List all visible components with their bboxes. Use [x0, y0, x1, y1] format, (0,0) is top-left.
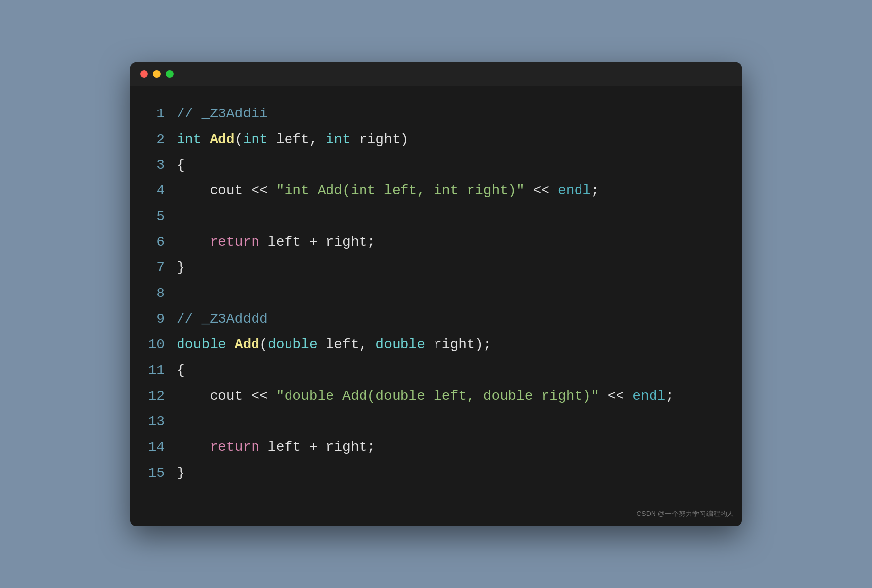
- code-token: (: [235, 132, 243, 147]
- line-content: double Add(double left, double right);: [177, 332, 722, 358]
- code-token: double: [177, 337, 226, 352]
- code-token: right);: [425, 337, 491, 352]
- code-line: 7}: [145, 255, 722, 281]
- line-content: cout << "int Add(int left, int right)" <…: [177, 178, 722, 204]
- code-token: Add: [210, 132, 234, 147]
- code-token: int: [243, 132, 267, 147]
- code-token: ;: [591, 183, 599, 198]
- line-content: }: [177, 255, 722, 281]
- code-line: 2int Add(int left, int right): [145, 127, 722, 152]
- code-token: }: [177, 465, 185, 480]
- line-content: // _Z3Addii: [177, 101, 722, 127]
- code-line: 6 return left + right;: [145, 229, 722, 255]
- code-token: return: [210, 440, 259, 455]
- code-token: [268, 183, 276, 198]
- code-token: double: [375, 337, 425, 352]
- line-number: 9: [145, 306, 165, 332]
- line-content: return left + right;: [177, 229, 722, 255]
- line-number: 4: [145, 178, 165, 204]
- code-line: 1// _Z3Addii: [145, 101, 722, 127]
- code-editor: 1// _Z3Addii2int Add(int left, int right…: [130, 86, 742, 506]
- line-number: 1: [145, 101, 165, 127]
- code-token: ;: [665, 388, 674, 404]
- code-token: [525, 183, 533, 198]
- line-content: }: [177, 460, 722, 486]
- line-number: 13: [145, 409, 165, 435]
- code-token: cout: [177, 388, 251, 404]
- code-token: // _Z3Addii: [177, 106, 268, 121]
- code-token: int: [326, 132, 351, 147]
- line-number: 8: [145, 281, 165, 306]
- code-token: [201, 132, 210, 147]
- code-token: {: [177, 157, 185, 173]
- code-token: cout: [177, 183, 251, 198]
- code-token: left + right;: [259, 440, 375, 455]
- line-number: 3: [145, 152, 165, 178]
- code-token: double: [268, 337, 318, 352]
- code-token: left + right;: [259, 234, 375, 250]
- line-content: {: [177, 358, 722, 383]
- code-token: endl: [632, 388, 665, 404]
- line-number: 10: [145, 332, 165, 358]
- code-window: 1// _Z3Addii2int Add(int left, int right…: [130, 62, 742, 526]
- code-token: <<: [533, 183, 550, 198]
- code-token: [624, 388, 632, 404]
- code-token: <<: [251, 183, 268, 198]
- code-line: 15}: [145, 460, 722, 486]
- code-token: [226, 337, 235, 352]
- code-line: 8: [145, 281, 722, 306]
- watermark: CSDN @一个努力学习编程的人: [130, 506, 742, 526]
- code-line: 4 cout << "int Add(int left, int right)"…: [145, 178, 722, 204]
- code-line: 3{: [145, 152, 722, 178]
- line-number: 15: [145, 460, 165, 486]
- code-token: {: [177, 363, 185, 378]
- code-token: left,: [268, 132, 326, 147]
- line-number: 11: [145, 358, 165, 383]
- code-line: 11{: [145, 358, 722, 383]
- code-line: 14 return left + right;: [145, 435, 722, 460]
- maximize-button[interactable]: [166, 70, 174, 78]
- code-token: }: [177, 260, 185, 275]
- code-token: <<: [251, 388, 268, 404]
- close-button[interactable]: [140, 70, 148, 78]
- code-line: 12 cout << "double Add(double left, doub…: [145, 383, 722, 409]
- code-token: <<: [608, 388, 624, 404]
- minimize-button[interactable]: [153, 70, 161, 78]
- code-token: int: [177, 132, 201, 147]
- code-token: [549, 183, 558, 198]
- code-token: // _Z3Adddd: [177, 311, 268, 327]
- code-token: left,: [318, 337, 376, 352]
- line-content: int Add(int left, int right): [177, 127, 722, 152]
- code-token: [177, 440, 210, 455]
- code-token: return: [210, 234, 259, 250]
- code-token: [268, 388, 276, 404]
- code-token: [177, 234, 210, 250]
- line-number: 7: [145, 255, 165, 281]
- code-token: endl: [558, 183, 591, 198]
- line-content: {: [177, 152, 722, 178]
- code-token: [599, 388, 608, 404]
- code-token: (: [259, 337, 268, 352]
- code-line: 5: [145, 204, 722, 229]
- line-number: 5: [145, 204, 165, 229]
- line-number: 6: [145, 229, 165, 255]
- code-token: "double Add(double left, double right)": [276, 388, 599, 404]
- code-token: Add: [235, 337, 259, 352]
- code-line: 9// _Z3Adddd: [145, 306, 722, 332]
- line-number: 2: [145, 127, 165, 152]
- line-content: return left + right;: [177, 435, 722, 460]
- line-number: 14: [145, 435, 165, 460]
- code-token: "int Add(int left, int right)": [276, 183, 525, 198]
- code-token: right): [351, 132, 409, 147]
- code-line: 10double Add(double left, double right);: [145, 332, 722, 358]
- line-content: // _Z3Adddd: [177, 306, 722, 332]
- line-number: 12: [145, 383, 165, 409]
- line-content: cout << "double Add(double left, double …: [177, 383, 722, 409]
- code-line: 13: [145, 409, 722, 435]
- title-bar: [130, 62, 742, 86]
